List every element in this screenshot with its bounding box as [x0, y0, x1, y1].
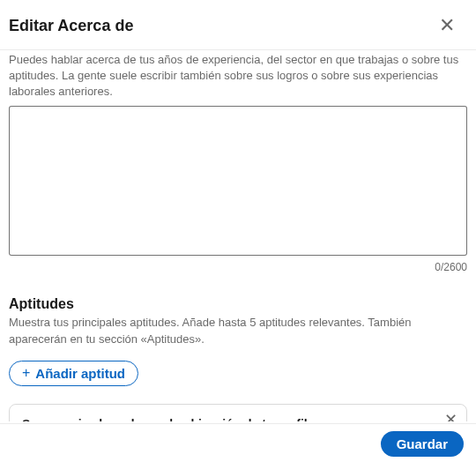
suggestions-title: Sugerencias basadas en la ubicación de t… — [22, 417, 454, 421]
add-skill-button[interactable]: + Añadir aptitud — [9, 361, 138, 386]
modal-body[interactable]: Puedes hablar acerca de tus años de expe… — [0, 43, 476, 421]
dismiss-suggestions-button[interactable]: ✕ — [444, 412, 457, 421]
about-textarea[interactable] — [9, 106, 467, 256]
about-helper-text: Puedes hablar acerca de tus años de expe… — [9, 52, 467, 101]
modal-footer: Guardar — [0, 423, 476, 462]
skills-section-description: Muestra tus principales aptitudes. Añade… — [9, 314, 467, 348]
close-icon: ✕ — [444, 411, 457, 421]
close-icon: ✕ — [439, 14, 455, 36]
suggestions-box: ✕ Sugerencias basadas en la ubicación de… — [9, 404, 467, 421]
save-button[interactable]: Guardar — [381, 431, 464, 457]
char-counter: 0/2600 — [9, 261, 467, 273]
plus-icon: + — [22, 366, 30, 380]
modal-header: Editar Acerca de ✕ — [0, 0, 476, 49]
skills-section-title: Aptitudes — [9, 296, 467, 312]
add-skill-label: Añadir aptitud — [35, 366, 125, 381]
modal-title: Editar Acerca de — [9, 17, 133, 35]
close-button[interactable]: ✕ — [435, 12, 458, 39]
